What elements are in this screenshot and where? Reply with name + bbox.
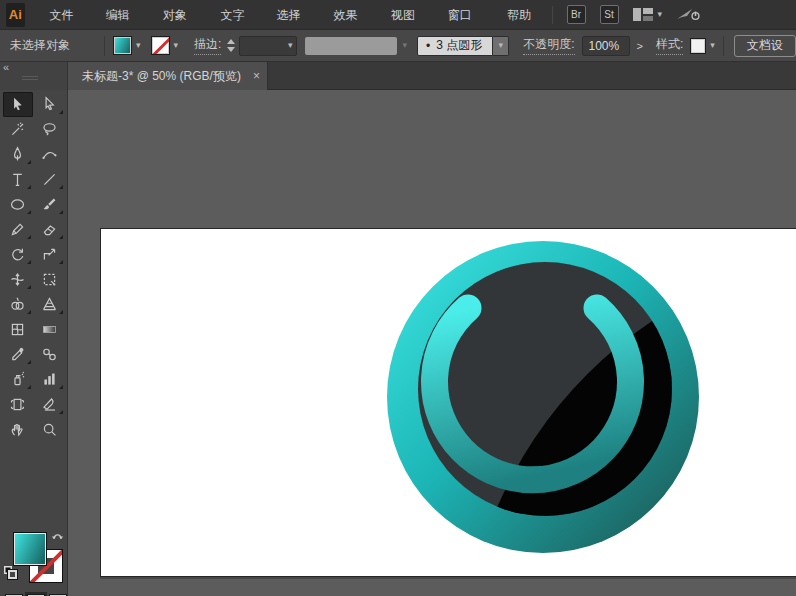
illustrator-window: Ai 文件(F) 编辑(E) 对象(O) 文字(T) 选择(S) 效果(C) 视… [0, 0, 796, 596]
menu-item-window[interactable]: 窗口(W) [435, 0, 494, 30]
separator [104, 36, 105, 56]
stroke-weight-field[interactable]: ▾ [239, 36, 297, 56]
chevron-down-icon[interactable]: ▾ [288, 41, 293, 50]
ellipse-icon [9, 196, 26, 213]
zoom-tool[interactable] [35, 417, 65, 442]
stroke-weight-label[interactable]: 描边: [194, 36, 221, 55]
free-transform-tool[interactable] [35, 267, 65, 292]
perspective-grid-tool[interactable] [35, 292, 65, 317]
fill-color-indicator[interactable] [13, 532, 47, 566]
menu-item-object[interactable]: 对象(O) [150, 0, 208, 30]
fill-chevron-icon[interactable]: ▾ [136, 41, 141, 50]
gradient-tool[interactable] [35, 317, 65, 342]
menu-item-file[interactable]: 文件(F) [37, 0, 93, 30]
eraser-icon [41, 221, 58, 238]
stroke-weight-stepper[interactable] [227, 39, 235, 52]
brush-definition-dropdown[interactable]: • 3 点圆形 [417, 36, 493, 56]
type-icon [9, 171, 26, 188]
document-tab[interactable]: 未标题-3* @ 50% (RGB/预览) × [68, 62, 268, 90]
free-transform-icon [41, 271, 58, 288]
lasso-tool[interactable] [35, 117, 65, 142]
pen-tool[interactable] [3, 142, 33, 167]
artboard-tool[interactable] [3, 392, 33, 417]
menu-item-type[interactable]: 文字(T) [207, 0, 263, 30]
line-segment-icon [41, 171, 58, 188]
separator [552, 6, 553, 24]
gpu-performance-rocket-icon[interactable] [676, 7, 700, 22]
selection-status: 未选择对象 [10, 37, 96, 54]
eyedropper-tool[interactable] [3, 342, 33, 367]
symbol-sprayer-tool[interactable] [3, 367, 33, 392]
line-segment-tool[interactable] [35, 167, 65, 192]
chevron-down-icon: ▾ [402, 41, 407, 50]
rotate-icon [9, 246, 26, 263]
tools-panel [0, 90, 68, 596]
paint-type-row [0, 591, 68, 596]
shape-builder-tool[interactable] [3, 292, 33, 317]
magic-wand-tool[interactable] [3, 117, 33, 142]
menu-item-help[interactable]: 帮助(H) [494, 0, 551, 30]
paintbrush-tool[interactable] [35, 192, 65, 217]
bridge-button[interactable]: Br [567, 5, 586, 24]
blend-tool[interactable] [35, 342, 65, 367]
pencil-tool[interactable] [3, 217, 33, 242]
direct-selection-icon [41, 96, 58, 113]
close-tab-icon[interactable]: × [253, 69, 260, 83]
pen-icon [9, 146, 26, 163]
app-logo[interactable]: Ai [6, 3, 25, 27]
slice-tool[interactable] [35, 392, 65, 417]
rotate-tool[interactable] [3, 242, 33, 267]
scale-tool[interactable] [35, 242, 65, 267]
curvature-icon [41, 146, 58, 163]
hand-tool[interactable] [3, 417, 33, 442]
stroke-color-swatch[interactable] [151, 36, 170, 55]
direct-selection-tool[interactable] [35, 92, 65, 117]
swap-fill-stroke-icon[interactable] [51, 530, 64, 543]
mesh-tool[interactable] [3, 317, 33, 342]
width-profile-dropdown[interactable] [305, 37, 397, 55]
tool-grid [0, 90, 67, 442]
canvas-area[interactable] [68, 90, 796, 596]
opacity-label[interactable]: 不透明度: [523, 36, 574, 55]
menu-item-view[interactable]: 视图(V) [378, 0, 435, 30]
workspace-layout-icon [633, 8, 653, 21]
mesh-icon [9, 321, 26, 338]
magic-wand-icon [9, 121, 26, 138]
style-label[interactable]: 样式: [656, 36, 683, 55]
lasso-icon [41, 121, 58, 138]
width-tool[interactable] [3, 267, 33, 292]
column-graph-icon [41, 371, 58, 388]
eraser-tool[interactable] [35, 217, 65, 242]
ellipse-tool[interactable] [3, 192, 33, 217]
default-fill-stroke-icon[interactable] [4, 566, 18, 580]
stock-button[interactable]: St [600, 5, 619, 24]
stepper-up-icon[interactable] [227, 39, 235, 44]
power-button-artwork[interactable] [382, 238, 704, 560]
menu-bar: Ai 文件(F) 编辑(E) 对象(O) 文字(T) 选择(S) 效果(C) 视… [0, 0, 796, 30]
control-bar: 未选择对象 ▾ ▾ 描边: ▾ ▾ • 3 点圆形 ▾ 不透明度: 100% >… [0, 30, 796, 62]
menu-item-effect[interactable]: 效果(C) [321, 0, 378, 30]
symbol-sprayer-icon [9, 371, 26, 388]
pencil-icon [9, 221, 26, 238]
blend-icon [41, 346, 58, 363]
type-tool[interactable] [3, 167, 33, 192]
menu-item-edit[interactable]: 编辑(E) [93, 0, 150, 30]
stroke-chevron-icon[interactable]: ▾ [174, 41, 179, 50]
brush-preview-dot: • [426, 39, 430, 53]
panel-grip[interactable] [22, 76, 38, 80]
paintbrush-icon [41, 196, 58, 213]
collapse-panel-icon[interactable]: « [3, 61, 9, 73]
workspace-switcher[interactable]: ▾ [633, 8, 663, 21]
curvature-tool[interactable] [35, 142, 65, 167]
opacity-more-arrow[interactable]: > [637, 40, 643, 52]
menu-item-select[interactable]: 选择(S) [264, 0, 321, 30]
style-swatch[interactable] [690, 38, 706, 54]
document-setup-button[interactable]: 文档设 [734, 35, 796, 57]
stepper-down-icon[interactable] [227, 47, 235, 52]
fill-color-swatch[interactable] [113, 36, 132, 55]
brush-chevron-icon[interactable]: ▾ [493, 36, 509, 56]
style-chevron-icon[interactable]: ▾ [710, 41, 715, 50]
opacity-field[interactable]: 100% [582, 36, 630, 56]
selection-tool[interactable] [3, 92, 33, 117]
column-graph-tool[interactable] [35, 367, 65, 392]
